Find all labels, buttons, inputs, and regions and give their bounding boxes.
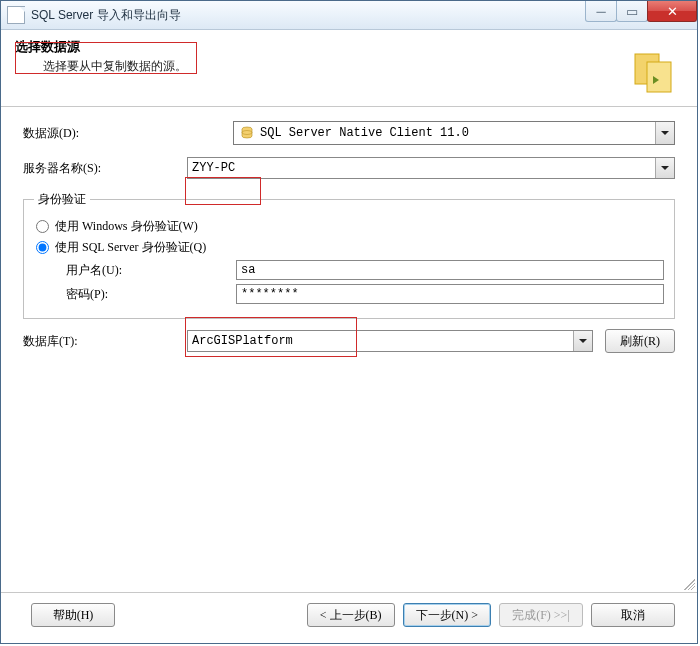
datasource-row: 数据源(D): SQL Server Native Client 11.0: [23, 121, 675, 145]
server-label: 服务器名称(S):: [23, 160, 187, 177]
wizard-icon: [629, 48, 679, 98]
cancel-button[interactable]: 取消: [591, 603, 675, 627]
app-icon: [7, 6, 25, 24]
server-row: 服务器名称(S):: [23, 157, 675, 179]
resize-grip[interactable]: [681, 576, 695, 590]
auth-sql-radio-row[interactable]: 使用 SQL Server 身份验证(Q): [34, 239, 664, 256]
minimize-icon: ─: [596, 5, 605, 18]
server-dropdown-button[interactable]: [655, 158, 674, 178]
database-row: 数据库(T): 刷新(R): [23, 329, 675, 353]
password-row: 密码(P):: [66, 284, 664, 304]
help-button[interactable]: 帮助(H): [31, 603, 115, 627]
auth-sql-label: 使用 SQL Server 身份验证(Q): [55, 239, 206, 256]
finish-button: 完成(F) >>|: [499, 603, 583, 627]
auth-groupbox: 身份验证 使用 Windows 身份验证(W) 使用 SQL Server 身份…: [23, 191, 675, 319]
page-header: 选择数据源 选择要从中复制数据的源。: [1, 30, 697, 107]
password-input[interactable]: [236, 284, 664, 304]
username-row: 用户名(U):: [66, 260, 664, 280]
datasource-label: 数据源(D):: [23, 125, 233, 142]
password-label: 密码(P):: [66, 286, 236, 303]
content-area: 数据源(D): SQL Server Native Client 11.0 服务…: [1, 107, 697, 592]
username-label: 用户名(U):: [66, 262, 236, 279]
username-input[interactable]: [236, 260, 664, 280]
auth-sql-radio[interactable]: [36, 241, 49, 254]
auth-windows-radio[interactable]: [36, 220, 49, 233]
maximize-icon: ▭: [626, 5, 638, 18]
minimize-button[interactable]: ─: [585, 1, 617, 22]
datasource-value: SQL Server Native Client 11.0: [260, 126, 655, 140]
auth-legend: 身份验证: [34, 191, 90, 208]
footer-bar: 帮助(H) < 上一步(B) 下一步(N) > 完成(F) >>| 取消: [1, 603, 697, 643]
chevron-down-icon: [579, 339, 587, 343]
chevron-down-icon: [661, 166, 669, 170]
page-subheading: 选择要从中复制数据的源。: [43, 58, 683, 75]
svg-rect-1: [647, 62, 671, 92]
close-icon: ✕: [667, 5, 678, 18]
chevron-down-icon: [661, 131, 669, 135]
refresh-button[interactable]: 刷新(R): [605, 329, 675, 353]
back-button[interactable]: < 上一步(B): [307, 603, 395, 627]
footer-separator: [1, 592, 697, 593]
auth-windows-label: 使用 Windows 身份验证(W): [55, 218, 198, 235]
database-label: 数据库(T):: [23, 333, 187, 350]
database-combobox[interactable]: [187, 330, 593, 352]
server-input[interactable]: [188, 158, 655, 178]
close-button[interactable]: ✕: [647, 1, 697, 22]
database-dropdown-button[interactable]: [573, 331, 592, 351]
maximize-button[interactable]: ▭: [616, 1, 648, 22]
wizard-window: SQL Server 导入和导出向导 ─ ▭ ✕ 选择数据源 选择要从中复制数据…: [0, 0, 698, 644]
database-icon: [240, 126, 254, 140]
auth-windows-radio-row[interactable]: 使用 Windows 身份验证(W): [34, 218, 664, 235]
titlebar: SQL Server 导入和导出向导 ─ ▭ ✕: [1, 1, 697, 30]
next-button[interactable]: 下一步(N) >: [403, 603, 491, 627]
database-input[interactable]: [188, 331, 573, 351]
window-title: SQL Server 导入和导出向导: [31, 7, 181, 24]
server-combobox[interactable]: [187, 157, 675, 179]
datasource-select[interactable]: SQL Server Native Client 11.0: [233, 121, 675, 145]
datasource-dropdown-button[interactable]: [655, 122, 674, 144]
page-heading: 选择数据源: [15, 38, 683, 56]
window-buttons: ─ ▭ ✕: [586, 1, 697, 22]
